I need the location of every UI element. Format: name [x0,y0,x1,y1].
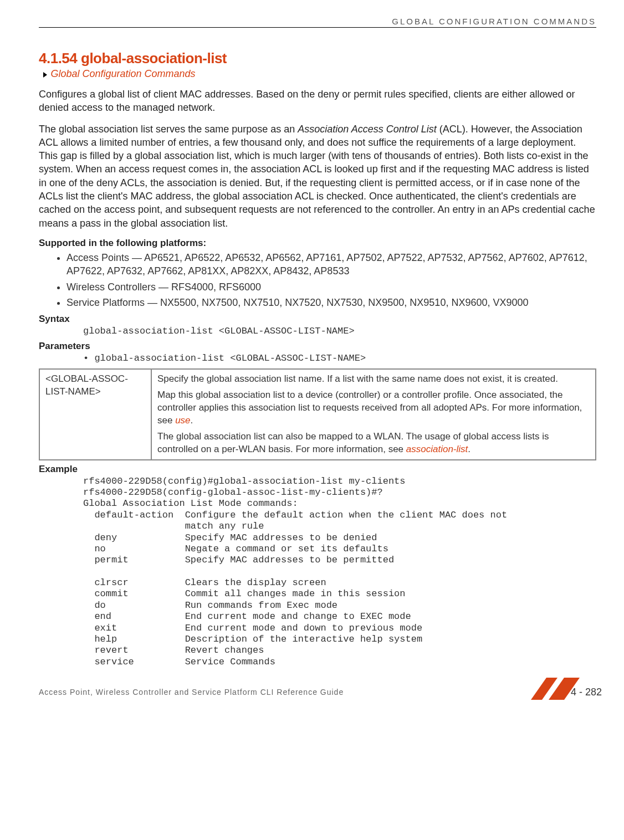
parameters-table: <GLOBAL-ASSOC-LIST-NAME> Specify the glo… [39,368,596,460]
intro-paragraph-2: The global association list serves the s… [39,122,596,230]
intro-paragraph-1: Configures a global list of client MAC a… [39,88,596,115]
param-desc-p2-b: . [191,415,193,426]
param-desc-p2-a: Map this global association list to a de… [157,390,582,426]
use-link[interactable]: use [175,415,190,426]
supported-heading: Supported in the following platforms: [39,238,596,249]
brand-logo-icon [541,682,565,702]
syntax-code: global-association-list <GLOBAL-ASSOC-LI… [83,326,596,337]
p2-text-a: The global association list serves the s… [39,124,298,135]
supported-list: Access Points — AP6521, AP6522, AP6532, … [39,251,596,309]
table-row: <GLOBAL-ASSOC-LIST-NAME> Specify the glo… [39,369,596,460]
breadcrumb-arrow-icon [43,72,47,78]
parameters-heading: Parameters [39,341,596,352]
p2-italic: Association Access Control List [298,124,436,135]
section-title: 4.1.54 global-association-list [39,50,596,67]
breadcrumb: Global Configuration Commands [43,68,596,80]
supported-item: Service Platforms — NX5500, NX7500, NX75… [67,296,596,309]
param-desc-p3-a: The global association list can also be … [157,431,549,454]
association-list-link[interactable]: association-list [406,444,468,454]
page-number: 4 - 282 [571,687,602,698]
param-desc-cell: Specify the global association list name… [151,369,596,460]
supported-item: Wireless Controllers — RFS4000, RFS6000 [67,280,596,294]
syntax-heading: Syntax [39,314,596,325]
example-code: rfs4000-229D58(config)#global-associatio… [83,476,596,668]
supported-item: Access Points — AP6521, AP6522, AP6532, … [67,251,596,278]
example-heading: Example [39,464,596,475]
param-name-cell: <GLOBAL-ASSOC-LIST-NAME> [39,369,151,460]
page-header-category: GLOBAL CONFIGURATION COMMANDS [39,17,596,28]
footer-guide-title: Access Point, Wireless Controller and Se… [39,688,344,696]
param-desc-p3: The global association list can also be … [157,431,590,456]
p2-text-b: (ACL). However, the Association ACL allo… [39,124,595,229]
page-footer: Access Point, Wireless Controller and Se… [0,679,624,709]
param-desc-p3-b: . [468,444,470,454]
param-desc-p2: Map this global association list to a de… [157,389,590,427]
parameters-usage-line: global-association-list <GLOBAL-ASSOC-LI… [83,353,596,364]
breadcrumb-link[interactable]: Global Configuration Commands [50,68,195,79]
param-desc-p1: Specify the global association list name… [157,373,590,386]
